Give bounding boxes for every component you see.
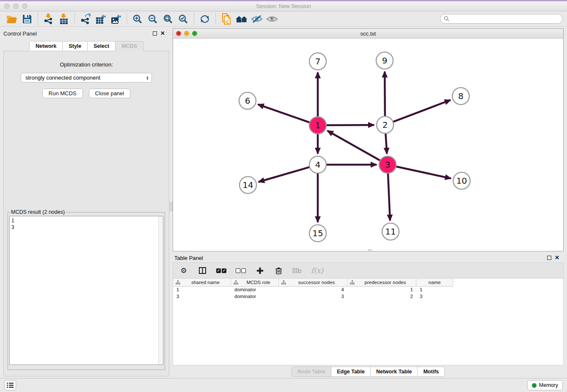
hide-selected-icon[interactable] <box>249 13 264 25</box>
memory-button[interactable]: Memory <box>527 380 563 390</box>
column-header-shared-name[interactable]: shared name <box>173 279 231 286</box>
graph-edge-2-3[interactable] <box>385 133 387 154</box>
graph-edge-4-14[interactable] <box>259 167 310 182</box>
trash-icon[interactable] <box>274 265 283 276</box>
tab-select[interactable]: Select <box>88 41 116 51</box>
home-icon[interactable] <box>234 13 249 25</box>
table-row[interactable]: 1 dominator 4 1 1 <box>173 287 563 293</box>
zoom-fit-icon[interactable] <box>160 13 176 25</box>
result-scrollbar[interactable] <box>158 216 163 364</box>
tab-motifs[interactable]: Motifs <box>418 367 445 377</box>
graph-edge-3-1[interactable] <box>328 131 380 160</box>
graph-node-10[interactable]: 10 <box>453 172 470 189</box>
horizontal-splitter-grip[interactable] <box>368 249 372 252</box>
table-tabs: Node Table Edge Table Network Table Moti… <box>173 365 564 378</box>
attribute-icon <box>176 280 180 285</box>
graph-node-11[interactable]: 11 <box>382 223 399 240</box>
graph-edge-2-8[interactable] <box>393 100 451 122</box>
tab-edge-table[interactable]: Edge Table <box>331 367 371 377</box>
svg-text:6: 6 <box>245 96 250 106</box>
zoom-in-icon[interactable] <box>130 13 145 25</box>
graph-edge-3-11[interactable] <box>388 173 390 221</box>
toolbar-separator <box>38 14 38 25</box>
zoom-out-icon[interactable] <box>145 13 160 25</box>
tab-node-table[interactable]: Node Table <box>292 367 331 377</box>
graph-node-2[interactable]: 2 <box>377 116 394 133</box>
graph-edge-2-9[interactable] <box>385 72 385 116</box>
svg-text:1: 1 <box>315 120 321 130</box>
column-header-name[interactable]: name <box>416 279 453 286</box>
memory-label: Memory <box>539 382 558 388</box>
float-table-panel-icon[interactable] <box>547 256 551 260</box>
close-panel-icon[interactable]: ✕ <box>160 31 165 36</box>
control-panel: Control Panel ✕ Network Style Select MCD… <box>0 27 169 378</box>
vertical-splitter[interactable] <box>169 27 173 378</box>
graph-node-4[interactable]: 4 <box>309 156 326 173</box>
svg-text:3: 3 <box>385 160 391 170</box>
refresh-layout-icon[interactable] <box>197 13 212 25</box>
export-image-icon[interactable] <box>108 13 124 25</box>
graph-node-14[interactable]: 14 <box>239 177 256 193</box>
clone-network-icon[interactable] <box>219 13 234 25</box>
graph-edge-1-6[interactable] <box>258 105 310 123</box>
graph-edge-3-10[interactable] <box>396 166 451 178</box>
close-table-panel-icon[interactable]: ✕ <box>555 256 559 260</box>
toolbar-separator <box>74 14 75 25</box>
select-all-icon[interactable]: ✓✓ <box>216 265 226 276</box>
table-toolbar: ⚙ ✓✓ f(x) <box>173 262 564 279</box>
zoom-selected-icon[interactable] <box>176 13 191 25</box>
attribute-icon <box>350 280 355 285</box>
graph-node-7[interactable]: 7 <box>309 53 326 70</box>
search-input[interactable] <box>451 16 559 22</box>
column-header-successor-nodes[interactable]: successor nodes <box>279 279 347 286</box>
status-bar: Memory <box>0 378 567 392</box>
columns-icon[interactable] <box>198 265 207 276</box>
optimization-criterion-select[interactable]: strongly connected component ▲▼ <box>21 73 152 83</box>
graph-node-9[interactable]: 9 <box>376 52 393 69</box>
graph-node-1[interactable]: 1 <box>309 117 326 134</box>
export-table-icon[interactable] <box>93 13 108 25</box>
open-folder-icon[interactable] <box>4 13 19 25</box>
graph-edge-1-2[interactable] <box>326 125 374 125</box>
task-history-icon[interactable] <box>4 380 16 390</box>
mcds-result-fieldset: MCDS result (2 nodes) 1 3 <box>8 209 165 370</box>
graph-node-8[interactable]: 8 <box>452 88 469 105</box>
graph-node-3[interactable]: 3 <box>379 156 396 173</box>
svg-text:11: 11 <box>385 226 396 237</box>
add-icon[interactable] <box>255 265 264 276</box>
function-icon[interactable]: f(x) <box>311 265 323 276</box>
optimization-criterion-label: Optimization criterion: <box>60 61 113 68</box>
toolbar-separator <box>194 14 194 25</box>
table-row[interactable]: 3 dominator 3 2 3 <box>173 293 563 300</box>
splitter-grip[interactable] <box>170 202 173 211</box>
network-view-window: ✕ − + scc.txt 7968124314101511 <box>173 28 564 251</box>
run-mcds-button[interactable]: Run MCDS <box>42 88 83 98</box>
svg-text:7: 7 <box>315 56 321 66</box>
mcds-panel: Optimization criterion: strongly connect… <box>3 51 169 376</box>
close-panel-button[interactable]: Close panel <box>89 88 131 98</box>
node-table[interactable]: shared name MCDS role successor nodes <box>173 279 564 365</box>
float-panel-icon[interactable] <box>153 31 157 36</box>
export-network-icon[interactable] <box>78 13 93 25</box>
graph-node-15[interactable]: 15 <box>309 225 326 242</box>
show-all-icon[interactable] <box>264 13 280 25</box>
save-icon[interactable] <box>19 13 35 25</box>
attribute-icon <box>281 280 286 285</box>
tab-mcds[interactable]: MCDS <box>116 41 143 51</box>
network-canvas[interactable]: 7968124314101511 <box>173 39 563 250</box>
tab-network[interactable]: Network <box>29 41 63 51</box>
column-header-mcds-role[interactable]: MCDS role <box>231 279 279 286</box>
tab-style[interactable]: Style <box>63 41 88 51</box>
svg-text:2: 2 <box>383 120 388 130</box>
deselect-all-icon[interactable] <box>236 265 246 276</box>
graph-node-6[interactable]: 6 <box>239 92 256 109</box>
mcds-result-list[interactable]: 1 3 <box>9 216 163 365</box>
svg-text:15: 15 <box>312 228 323 238</box>
delete-column-icon[interactable] <box>292 265 302 276</box>
tab-network-table[interactable]: Network Table <box>371 367 418 377</box>
gear-icon[interactable]: ⚙ <box>179 265 188 276</box>
column-header-predecessor-nodes[interactable]: predecessor nodes <box>347 279 416 286</box>
import-table-icon[interactable] <box>56 13 72 25</box>
import-network-icon[interactable] <box>41 13 56 25</box>
search-bar <box>440 14 563 24</box>
